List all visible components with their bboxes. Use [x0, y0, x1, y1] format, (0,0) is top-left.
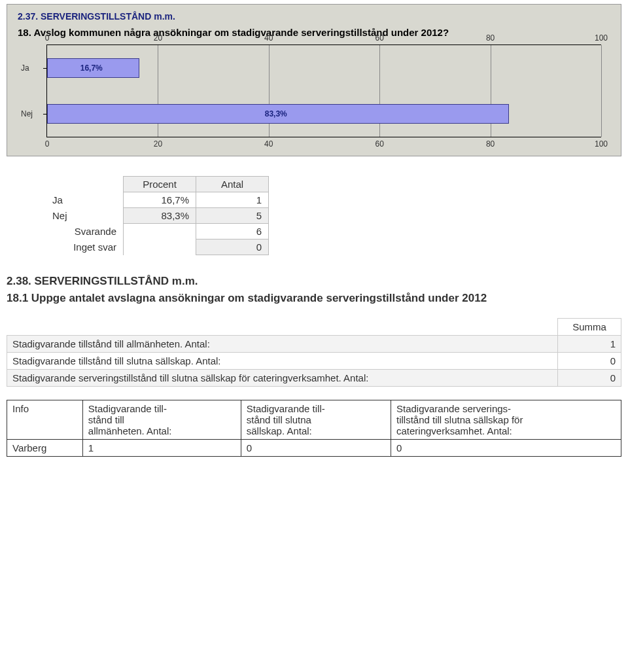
chart-area: 002020404060608080100100Ja16,7%Nej83,3%	[46, 44, 601, 137]
y-category-label: Nej	[21, 109, 33, 118]
col-procent: Procent	[124, 177, 196, 192]
summa-head: Summa	[558, 319, 621, 336]
table-row: Svarande 6	[46, 224, 269, 239]
col-antal: Antal	[196, 177, 269, 192]
x-tick-top: 0	[45, 33, 50, 43]
x-tick-top: 20	[154, 33, 162, 43]
x-tick-bottom: 0	[45, 139, 50, 149]
info-col-0: Stadigvarande till- stånd till allmänhet…	[82, 400, 241, 440]
table-row: Stadigvarande tillstånd till allmänheten…	[7, 336, 621, 353]
chart-axes: 002020404060608080100100Ja16,7%Nej83,3%	[46, 44, 601, 137]
chart-section-title: 2.37. SERVERINGSTILLSTÅND m.m.	[18, 11, 614, 22]
x-tick-bottom: 20	[154, 139, 162, 149]
x-tick-bottom: 100	[595, 139, 608, 149]
chart-panel: 2.37. SERVERINGSTILLSTÅND m.m. 18. Avslo…	[7, 4, 621, 156]
table-row: Inget svar 0	[46, 239, 269, 255]
table-row: Varberg 1 0 0	[7, 440, 621, 457]
info-col-2: Stadigvarande serverings- tillstånd till…	[391, 400, 621, 440]
info-col-1: Stadigvarande till- stånd till slutna sä…	[241, 400, 391, 440]
x-tick-bottom: 80	[486, 139, 495, 149]
x-tick-bottom: 60	[375, 139, 384, 149]
bar-value-label: 16,7%	[80, 63, 103, 73]
x-tick-bottom: 40	[264, 139, 273, 149]
x-tick-top: 40	[264, 33, 273, 43]
section-question: 18.1 Uppge antalet avslagna ansökningar …	[7, 292, 621, 305]
info-table: Info Stadigvarande till- stånd till allm…	[7, 400, 621, 457]
table-row: Ja 16,7% 1	[46, 192, 269, 208]
x-tick-top: 60	[375, 33, 384, 43]
summa-table: Summa Stadigvarande tillstånd till allmä…	[7, 318, 621, 387]
section-heading: 2.38. SERVERINGSTILLSTÅND m.m.	[7, 275, 621, 288]
table-row: Stadigvarande tillstånd till slutna säll…	[7, 353, 621, 370]
x-tick-top: 100	[595, 33, 608, 43]
bar-value-label: 83,3%	[265, 109, 287, 118]
gridline	[601, 45, 602, 137]
x-tick-top: 80	[486, 33, 495, 43]
chart-question: 18. Avslog kommunen några ansökningar om…	[18, 27, 614, 38]
y-category-label: Ja	[21, 63, 29, 73]
table-row: Stadigvarande serveringstillstånd till s…	[7, 370, 621, 387]
procent-antal-table: Procent Antal Ja 16,7% 1 Nej 83,3% 5 Sva…	[46, 176, 269, 255]
table-row: Nej 83,3% 5	[46, 208, 269, 224]
info-corner: Info	[7, 400, 83, 440]
